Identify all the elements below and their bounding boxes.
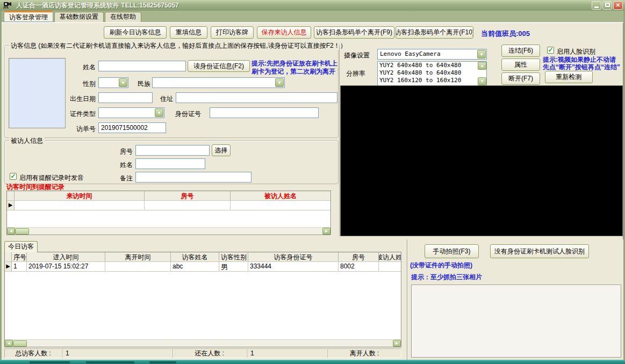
window-controls: ✕ — [592, 1, 623, 10]
total-visitors-value: 1 — [62, 348, 172, 358]
scroll-left-icon[interactable]: ◄ — [7, 228, 15, 235]
name-label: 姓名 — [70, 63, 96, 72]
birth-date-label: 出生日期 — [58, 94, 96, 104]
scan-barcode-leave-f10-button[interactable]: 访客扫条形码单个离开(F10) — [396, 26, 473, 39]
today-visitors-table: 序号 进入时间 离开时间 访客姓名 访客性别 访客身份证号 房号 被访人姓名 ▶… — [4, 252, 401, 347]
properties-button[interactable]: 属性 — [501, 59, 540, 71]
sound-reminder-checkbox[interactable]: ✓ — [10, 173, 17, 180]
tab-today-visitors[interactable]: 今日访客 — [4, 241, 38, 252]
select-room-button[interactable]: 选择 — [212, 144, 231, 156]
print-badge-button[interactable]: 打印访客牌 — [211, 26, 254, 39]
resolution-label: 分辨率 — [346, 69, 365, 78]
address-label: 住址 — [156, 94, 173, 104]
col-leave-time: 离开时间 — [105, 252, 171, 261]
taskbar-button[interactable] — [30, 361, 70, 363]
reminder-hscrollbar[interactable]: ◄ ► — [7, 227, 331, 235]
cell-visited-name — [379, 262, 401, 271]
visitor-info-title: 访客信息 (如果没有二代证刷卡机请直接输入来访客人信息，输好后直接点上面的保存按… — [9, 41, 348, 50]
current-duty-officer: 当前值班员:005 — [481, 29, 530, 39]
remark-label: 备注 — [111, 174, 133, 183]
gender-select[interactable]: ▼ — [98, 77, 128, 88]
resolution-option[interactable]: YUY2 640x480 to 640x480 — [378, 69, 486, 77]
app-window: 人证合一酒店访客登记管理系统软件 TELL:15825675057 ✕ 访客登录… — [0, 0, 625, 364]
room-no-input[interactable] — [135, 145, 210, 156]
remark-input[interactable] — [135, 172, 252, 183]
no-card-face-test-button[interactable]: 没有身份证刷卡机测试人脸识别 — [490, 244, 589, 258]
redetect-button[interactable]: 重新检测 — [545, 71, 593, 83]
close-button[interactable]: ✕ — [613, 1, 623, 10]
chevron-down-icon[interactable]: ▼ — [477, 50, 486, 59]
id-type-label: 证件类型 — [58, 110, 96, 119]
chevron-down-icon[interactable]: ▼ — [119, 78, 127, 87]
id-number-input[interactable] — [210, 107, 319, 118]
scroll-left-icon[interactable]: ◄ — [5, 340, 13, 347]
disconnect-button[interactable]: 断开(F7) — [501, 72, 540, 85]
scroll-down-icon[interactable]: ▼ — [478, 77, 486, 85]
tab-online-help[interactable]: 在线帮助 — [105, 12, 141, 22]
room-no-label: 房号 — [111, 147, 133, 156]
tab-visitor-register[interactable]: 访客登录管理 — [4, 11, 53, 22]
app-icon — [3, 2, 12, 9]
chevron-down-icon[interactable]: ▼ — [275, 78, 284, 87]
titlebar: 人证合一酒店访客登记管理系统软件 TELL:15825675057 ✕ — [0, 0, 625, 11]
cell-room-no: 8002 — [339, 262, 379, 271]
cell-entry-time: 2019-07-15 15:02:27 — [27, 262, 105, 271]
taskbar-button[interactable] — [86, 361, 134, 363]
row-selector-header — [7, 191, 15, 200]
visit-no-input[interactable]: 2019071500002 — [98, 122, 166, 133]
col-visited-name: 被访人姓名 — [379, 252, 401, 261]
taskbar-button[interactable] — [149, 361, 176, 363]
captured-photos-area — [411, 285, 621, 358]
read-id-card-button[interactable]: 读身份证信息(F2) — [188, 60, 250, 72]
col-room-no: 房号 — [145, 191, 231, 200]
id-card-tip-line2: 刷卡为登记，第二次刷为离开！ — [252, 67, 338, 76]
col-visit-time: 来访时间 — [15, 191, 145, 200]
face-recognition-checkbox[interactable]: ✓ — [547, 47, 554, 54]
today-hscrollbar[interactable]: ◄ ► — [5, 339, 401, 347]
scroll-up-icon[interactable]: ▲ — [478, 62, 486, 70]
scroll-right-icon[interactable]: ► — [393, 340, 401, 347]
scroll-right-icon[interactable]: ► — [322, 228, 331, 235]
visited-name-input[interactable] — [135, 158, 205, 169]
resolution-option[interactable]: YUY2 640x480 to 640x480 — [378, 62, 486, 69]
manual-photo-button[interactable]: 手动拍照(F3) — [425, 244, 479, 258]
cell-visitor-name: abc — [171, 262, 219, 271]
name-input[interactable] — [98, 61, 186, 71]
tab-base-data[interactable]: 基础数据设置 — [54, 12, 104, 22]
camera-device-select[interactable]: Lenovo EasyCamera ▼ — [377, 49, 487, 60]
ethnic-select[interactable]: ▼ — [152, 77, 285, 88]
left-visitors-label: 离开人数 : — [327, 348, 401, 358]
row-selector-header — [5, 252, 12, 261]
maximize-button[interactable] — [602, 1, 612, 10]
row-marker-icon: ▶ — [7, 201, 15, 210]
minimize-button[interactable] — [592, 1, 601, 10]
total-visitors-label: 总访客人数 : — [4, 348, 62, 358]
resolution-option[interactable]: YUY2 160x120 to 160x120 — [378, 77, 486, 84]
scan-barcode-leave-f9-button[interactable]: 访客扫条形码单个离开(F9) — [314, 26, 394, 39]
row-marker-icon: ▶ — [5, 262, 12, 271]
reminder-table-row[interactable]: ▶ — [7, 201, 331, 210]
col-room-no: 房号 — [339, 252, 379, 261]
present-visitors-value: 1 — [247, 348, 327, 358]
col-visitor-name: 访客姓名 — [171, 252, 219, 261]
col-visitor-id-no: 访客身份证号 — [248, 252, 339, 261]
visited-person-title: 被访人信息 — [9, 136, 45, 145]
sound-reminder-label: 启用有提醒记录时发音 — [19, 173, 84, 183]
connect-button[interactable]: 连结(F6) — [501, 45, 540, 57]
scrollbar-thumb[interactable] — [13, 340, 27, 347]
scrollbar-thumb[interactable] — [15, 228, 29, 235]
save-visitor-button[interactable]: 保存来访人信息 — [257, 26, 311, 39]
refresh-today-button[interactable]: 刷新今日访客信息 — [104, 26, 167, 39]
id-type-select[interactable]: ▼ — [98, 107, 164, 118]
cell-visitor-id-no: 333444 — [248, 262, 339, 271]
manual-photo-note: (没带证件的手动拍照) — [410, 261, 472, 270]
address-input[interactable] — [176, 92, 337, 103]
birth-date-input[interactable] — [98, 92, 153, 103]
chevron-down-icon[interactable]: ▼ — [155, 108, 163, 117]
resolution-listbox[interactable]: YUY2 640x480 to 640x480 YUY2 640x480 to … — [377, 61, 487, 86]
main-tabstrip: 访客登录管理 访客记录查询 基础数据设置 在线帮助 — [2, 11, 623, 23]
camera-device-value: Lenovo EasyCamera — [380, 50, 441, 57]
today-table-row[interactable]: ▶ 1 2019-07-15 15:02:27 abc 男 333444 800… — [5, 262, 401, 272]
visited-name-label: 姓名 — [111, 161, 133, 170]
refill-info-button[interactable]: 重填信息 — [170, 26, 207, 39]
